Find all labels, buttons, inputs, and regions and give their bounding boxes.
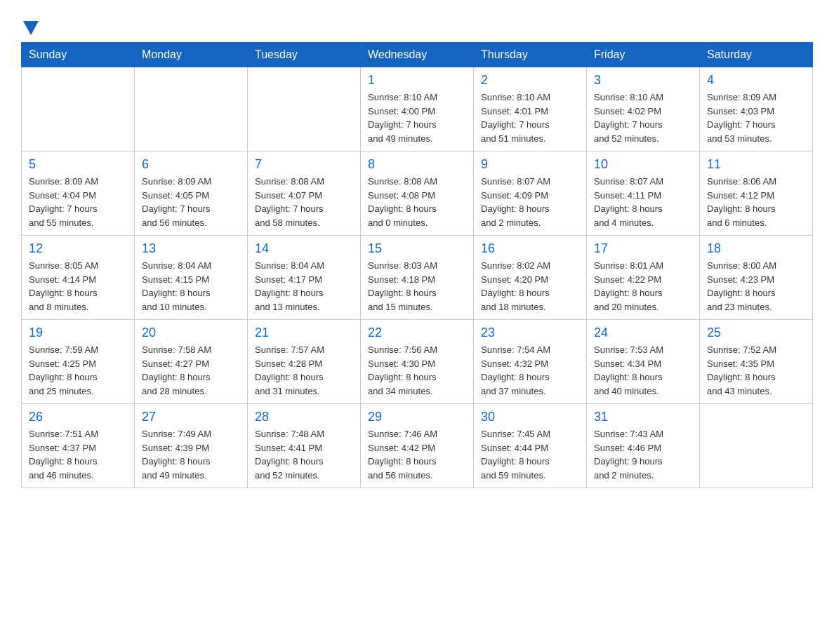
calendar-day-header: Monday [135, 43, 248, 67]
day-info: Sunrise: 8:03 AM Sunset: 4:18 PM Dayligh… [368, 259, 466, 314]
day-number: 31 [594, 410, 692, 424]
calendar-table: SundayMondayTuesdayWednesdayThursdayFrid… [21, 42, 813, 488]
day-number: 22 [368, 326, 466, 340]
calendar-cell: 26Sunrise: 7:51 AM Sunset: 4:37 PM Dayli… [22, 404, 135, 488]
day-number: 7 [255, 157, 353, 172]
day-number: 24 [594, 326, 692, 340]
day-info: Sunrise: 8:10 AM Sunset: 4:00 PM Dayligh… [368, 90, 466, 145]
day-number: 13 [142, 241, 240, 256]
day-info: Sunrise: 8:10 AM Sunset: 4:01 PM Dayligh… [481, 90, 579, 145]
day-info: Sunrise: 8:00 AM Sunset: 4:23 PM Dayligh… [707, 259, 805, 314]
day-info: Sunrise: 7:56 AM Sunset: 4:30 PM Dayligh… [368, 343, 466, 398]
calendar-day-header: Saturday [700, 43, 813, 67]
calendar-cell: 29Sunrise: 7:46 AM Sunset: 4:42 PM Dayli… [361, 404, 474, 488]
calendar-cell: 5Sunrise: 8:09 AM Sunset: 4:04 PM Daylig… [22, 152, 135, 236]
calendar-header-row: SundayMondayTuesdayWednesdayThursdayFrid… [22, 43, 813, 67]
day-info: Sunrise: 7:53 AM Sunset: 4:34 PM Dayligh… [594, 343, 692, 398]
day-number: 18 [707, 241, 805, 256]
day-number: 5 [29, 157, 127, 172]
svg-marker-0 [23, 21, 39, 35]
day-info: Sunrise: 7:54 AM Sunset: 4:32 PM Dayligh… [481, 343, 579, 398]
calendar-cell [22, 67, 135, 152]
calendar-cell: 3Sunrise: 8:10 AM Sunset: 4:02 PM Daylig… [587, 67, 700, 152]
logo [21, 20, 39, 35]
calendar-cell: 10Sunrise: 8:07 AM Sunset: 4:11 PM Dayli… [587, 152, 700, 236]
day-number: 14 [255, 241, 353, 256]
calendar-cell: 23Sunrise: 7:54 AM Sunset: 4:32 PM Dayli… [474, 320, 587, 404]
calendar-cell: 21Sunrise: 7:57 AM Sunset: 4:28 PM Dayli… [248, 320, 361, 404]
day-info: Sunrise: 8:09 AM Sunset: 4:05 PM Dayligh… [142, 175, 240, 229]
day-number: 2 [481, 73, 579, 88]
calendar-day-header: Friday [587, 43, 700, 67]
day-info: Sunrise: 8:08 AM Sunset: 4:07 PM Dayligh… [255, 175, 353, 229]
calendar-cell: 31Sunrise: 7:43 AM Sunset: 4:46 PM Dayli… [587, 404, 700, 488]
day-info: Sunrise: 8:01 AM Sunset: 4:22 PM Dayligh… [594, 259, 692, 314]
day-number: 6 [142, 157, 240, 172]
calendar-cell: 11Sunrise: 8:06 AM Sunset: 4:12 PM Dayli… [700, 152, 813, 236]
day-number: 12 [29, 241, 127, 256]
calendar-cell: 6Sunrise: 8:09 AM Sunset: 4:05 PM Daylig… [135, 152, 248, 236]
day-info: Sunrise: 7:59 AM Sunset: 4:25 PM Dayligh… [29, 343, 127, 398]
logo-triangle-icon [23, 21, 39, 35]
day-number: 17 [594, 241, 692, 256]
calendar-cell: 14Sunrise: 8:04 AM Sunset: 4:17 PM Dayli… [248, 236, 361, 320]
day-number: 3 [594, 73, 692, 88]
day-info: Sunrise: 7:43 AM Sunset: 4:46 PM Dayligh… [594, 427, 692, 482]
day-info: Sunrise: 8:04 AM Sunset: 4:17 PM Dayligh… [255, 259, 353, 314]
page-header [21, 14, 813, 35]
day-number: 4 [707, 73, 805, 88]
calendar-week-row: 19Sunrise: 7:59 AM Sunset: 4:25 PM Dayli… [22, 320, 813, 404]
day-number: 11 [707, 157, 805, 172]
day-info: Sunrise: 8:04 AM Sunset: 4:15 PM Dayligh… [142, 259, 240, 314]
calendar-cell: 18Sunrise: 8:00 AM Sunset: 4:23 PM Dayli… [700, 236, 813, 320]
day-info: Sunrise: 8:06 AM Sunset: 4:12 PM Dayligh… [707, 175, 805, 229]
day-info: Sunrise: 8:02 AM Sunset: 4:20 PM Dayligh… [481, 259, 579, 314]
day-number: 27 [142, 410, 240, 424]
day-number: 29 [368, 410, 466, 424]
calendar-cell: 16Sunrise: 8:02 AM Sunset: 4:20 PM Dayli… [474, 236, 587, 320]
calendar-cell: 17Sunrise: 8:01 AM Sunset: 4:22 PM Dayli… [587, 236, 700, 320]
calendar-day-header: Tuesday [248, 43, 361, 67]
day-info: Sunrise: 8:07 AM Sunset: 4:09 PM Dayligh… [481, 175, 579, 229]
calendar-cell: 30Sunrise: 7:45 AM Sunset: 4:44 PM Dayli… [474, 404, 587, 488]
day-number: 25 [707, 326, 805, 340]
day-number: 15 [368, 241, 466, 256]
day-info: Sunrise: 8:09 AM Sunset: 4:03 PM Dayligh… [707, 90, 805, 145]
day-number: 8 [368, 157, 466, 172]
day-number: 26 [29, 410, 127, 424]
calendar-cell: 25Sunrise: 7:52 AM Sunset: 4:35 PM Dayli… [700, 320, 813, 404]
calendar-cell: 2Sunrise: 8:10 AM Sunset: 4:01 PM Daylig… [474, 67, 587, 152]
day-number: 28 [255, 410, 353, 424]
day-number: 16 [481, 241, 579, 256]
day-info: Sunrise: 8:08 AM Sunset: 4:08 PM Dayligh… [368, 175, 466, 229]
calendar-day-header: Wednesday [361, 43, 474, 67]
day-info: Sunrise: 8:10 AM Sunset: 4:02 PM Dayligh… [594, 90, 692, 145]
day-info: Sunrise: 8:05 AM Sunset: 4:14 PM Dayligh… [29, 259, 127, 314]
day-info: Sunrise: 7:49 AM Sunset: 4:39 PM Dayligh… [142, 427, 240, 482]
calendar-cell: 15Sunrise: 8:03 AM Sunset: 4:18 PM Dayli… [361, 236, 474, 320]
calendar-cell: 12Sunrise: 8:05 AM Sunset: 4:14 PM Dayli… [22, 236, 135, 320]
day-number: 19 [29, 326, 127, 340]
day-info: Sunrise: 8:09 AM Sunset: 4:04 PM Dayligh… [29, 175, 127, 229]
calendar-day-header: Thursday [474, 43, 587, 67]
calendar-cell: 7Sunrise: 8:08 AM Sunset: 4:07 PM Daylig… [248, 152, 361, 236]
day-info: Sunrise: 8:07 AM Sunset: 4:11 PM Dayligh… [594, 175, 692, 229]
day-info: Sunrise: 7:45 AM Sunset: 4:44 PM Dayligh… [481, 427, 579, 482]
day-number: 10 [594, 157, 692, 172]
calendar-cell: 8Sunrise: 8:08 AM Sunset: 4:08 PM Daylig… [361, 152, 474, 236]
day-info: Sunrise: 7:58 AM Sunset: 4:27 PM Dayligh… [142, 343, 240, 398]
calendar-day-header: Sunday [22, 43, 135, 67]
calendar-week-row: 1Sunrise: 8:10 AM Sunset: 4:00 PM Daylig… [22, 67, 813, 152]
calendar-cell [248, 67, 361, 152]
day-number: 30 [481, 410, 579, 424]
calendar-week-row: 5Sunrise: 8:09 AM Sunset: 4:04 PM Daylig… [22, 152, 813, 236]
calendar-cell: 28Sunrise: 7:48 AM Sunset: 4:41 PM Dayli… [248, 404, 361, 488]
calendar-cell: 19Sunrise: 7:59 AM Sunset: 4:25 PM Dayli… [22, 320, 135, 404]
calendar-cell: 9Sunrise: 8:07 AM Sunset: 4:09 PM Daylig… [474, 152, 587, 236]
calendar-cell: 22Sunrise: 7:56 AM Sunset: 4:30 PM Dayli… [361, 320, 474, 404]
calendar-cell: 13Sunrise: 8:04 AM Sunset: 4:15 PM Dayli… [135, 236, 248, 320]
calendar-cell [700, 404, 813, 488]
day-info: Sunrise: 7:51 AM Sunset: 4:37 PM Dayligh… [29, 427, 127, 482]
day-info: Sunrise: 7:57 AM Sunset: 4:28 PM Dayligh… [255, 343, 353, 398]
day-number: 20 [142, 326, 240, 340]
